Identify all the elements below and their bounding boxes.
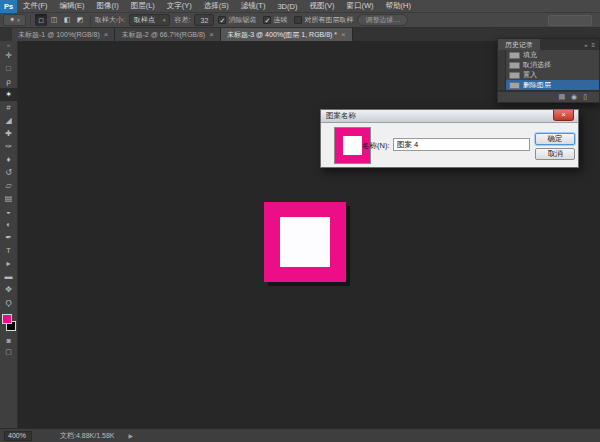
document-image-center xyxy=(280,217,330,267)
history-source-well[interactable] xyxy=(498,80,506,90)
menu-3d[interactable]: 3D(D) xyxy=(271,2,303,11)
contiguous-checkbox[interactable]: ✓ 连续 xyxy=(263,15,287,25)
screen-mode-button[interactable]: ▢ xyxy=(0,346,18,358)
close-icon[interactable]: × xyxy=(553,110,574,121)
add-to-selection-button[interactable]: ◫ xyxy=(48,14,60,26)
magic-wand-icon: ✶ xyxy=(9,16,15,24)
zoom-level-field[interactable]: 400% xyxy=(4,431,32,441)
workspace-switcher-button[interactable] xyxy=(548,15,592,26)
eraser-tool[interactable]: ▱ xyxy=(0,179,18,192)
menu-type[interactable]: 文字(Y) xyxy=(161,1,198,11)
pattern-name-input[interactable] xyxy=(393,138,530,151)
cancel-button[interactable]: 取消 xyxy=(535,148,575,160)
history-source-well[interactable] xyxy=(498,60,506,70)
tool-icon: ρ xyxy=(6,78,11,86)
eyedropper-tool[interactable]: ◢ xyxy=(0,114,18,127)
tab-untitled-2[interactable]: 未标题-2 @ 66.7%(RGB/8) × xyxy=(115,28,220,41)
menu-view[interactable]: 视图(V) xyxy=(303,1,340,11)
checkbox-label: 消除锯齿 xyxy=(228,15,256,25)
history-item-delete-layer[interactable]: 删除图层 xyxy=(498,80,599,90)
menu-edit[interactable]: 编辑(E) xyxy=(54,1,91,11)
tool-icon: ✑ xyxy=(5,143,12,151)
new-document-from-state-icon[interactable]: ▤ xyxy=(558,93,565,101)
checkbox-box[interactable]: ✓ xyxy=(218,16,226,24)
foreground-color-swatch[interactable] xyxy=(2,314,12,324)
tool-icon: ◐ xyxy=(6,221,11,229)
tab-label: 未标题-2 @ 66.7%(RGB/8) xyxy=(121,30,205,40)
horizontal-type-tool[interactable]: T xyxy=(0,244,18,257)
menu-bar: Ps 文件(F)编辑(E)图像(I)图层(L)文字(Y)选择(S)滤镜(T)3D… xyxy=(0,0,600,13)
intersect-selection-button[interactable]: ◩ xyxy=(74,14,86,26)
dodge-tool[interactable]: ◐ xyxy=(0,218,18,231)
menu-image[interactable]: 图像(I) xyxy=(91,1,125,11)
chevron-down-icon: ▾ xyxy=(17,17,20,23)
document-image[interactable] xyxy=(264,202,346,282)
toolbox: » ✛□ρ✶#◢✚✑♦↺▱▤◒◐✒T▸▬✥Ϙ ◙ ▢ xyxy=(0,41,18,428)
tool-preset-picker[interactable]: ✶ ▾ xyxy=(3,14,26,26)
crop-tool[interactable]: # xyxy=(0,101,18,114)
checkbox-box[interactable] xyxy=(294,16,302,24)
blur-tool[interactable]: ◒ xyxy=(0,205,18,218)
refine-edge-button[interactable]: 调整边缘… xyxy=(357,14,408,26)
tab-untitled-1[interactable]: 未标题-1 @ 100%(RGB/8) × xyxy=(12,28,115,41)
hand-tool[interactable]: ✥ xyxy=(0,283,18,296)
history-state-icon xyxy=(509,52,520,59)
pattern-name-label: 名称(N): xyxy=(362,141,390,151)
close-icon[interactable]: × xyxy=(341,31,346,39)
move-tool[interactable]: ✛ xyxy=(0,49,18,62)
tab-untitled-3[interactable]: 未标题-3 @ 400%(图层 1, RGB/8) * × xyxy=(221,28,353,41)
history-state-label: 置入 xyxy=(523,70,537,80)
new-selection-button[interactable]: □ xyxy=(35,14,47,26)
tab-history[interactable]: 历史记录 xyxy=(498,39,540,50)
menu-select[interactable]: 选择(S) xyxy=(198,1,235,11)
tool-icon: ▬ xyxy=(5,273,13,281)
pattern-preview-center xyxy=(343,136,362,155)
menu-filter[interactable]: 滤镜(T) xyxy=(235,1,272,11)
path-selection-tool[interactable]: ▸ xyxy=(0,257,18,270)
subtract-from-selection-button[interactable]: ◧ xyxy=(61,14,73,26)
menu-layer[interactable]: 图层(L) xyxy=(125,1,161,11)
history-source-well[interactable] xyxy=(498,50,506,60)
close-icon[interactable]: × xyxy=(209,31,214,39)
history-item-place[interactable]: 置入 xyxy=(498,70,599,80)
tolerance-input[interactable] xyxy=(194,14,214,26)
menu-help[interactable]: 帮助(H) xyxy=(380,1,417,11)
magic-wand-tool[interactable]: ✶ xyxy=(0,88,18,101)
pen-tool[interactable]: ✒ xyxy=(0,231,18,244)
gradient-tool[interactable]: ▤ xyxy=(0,192,18,205)
panel-menu-icon[interactable]: ≡ xyxy=(591,42,595,48)
brush-tool[interactable]: ✑ xyxy=(0,140,18,153)
close-icon[interactable]: × xyxy=(104,31,109,39)
tool-icon: ◢ xyxy=(5,117,11,125)
rectangular-marquee-tool[interactable]: □ xyxy=(0,62,18,75)
antialias-checkbox[interactable]: ✓ 消除锯齿 xyxy=(218,15,256,25)
pattern-name-dialog: 图案名称 × 名称(N): 确定 取消 xyxy=(320,109,579,168)
spot-healing-brush-tool[interactable]: ✚ xyxy=(0,127,18,140)
menu-file[interactable]: 文件(F) xyxy=(17,1,54,11)
quick-mask-button[interactable]: ◙ xyxy=(0,334,18,346)
rectangle-tool[interactable]: ▬ xyxy=(0,270,18,283)
menu-window[interactable]: 窗口(W) xyxy=(340,1,379,11)
photoshop-window: Ps 文件(F)编辑(E)图像(I)图层(L)文字(Y)选择(S)滤镜(T)3D… xyxy=(0,0,600,442)
delete-state-icon[interactable]: ▯ xyxy=(583,93,587,101)
ok-button[interactable]: 确定 xyxy=(535,133,575,145)
history-brush-tool[interactable]: ↺ xyxy=(0,166,18,179)
sample-all-layers-checkbox[interactable]: 对所有图层取样 xyxy=(294,15,353,25)
history-source-well[interactable] xyxy=(498,70,506,80)
collapse-panels-icon[interactable]: « xyxy=(584,42,587,48)
history-item-deselect[interactable]: 取消选择 xyxy=(498,60,599,70)
lasso-tool[interactable]: ρ xyxy=(0,75,18,88)
zoom-tool[interactable]: Ϙ xyxy=(0,296,18,309)
new-snapshot-icon[interactable]: ◉ xyxy=(571,93,577,101)
tab-label: 未标题-3 @ 400%(图层 1, RGB/8) * xyxy=(227,30,337,40)
tool-icon: ✚ xyxy=(5,130,12,138)
collapse-toolbox-icon[interactable]: » xyxy=(0,41,17,49)
status-options-arrow-icon[interactable]: ▶ xyxy=(128,432,133,439)
clone-stamp-tool[interactable]: ♦ xyxy=(0,153,18,166)
sample-size-dropdown[interactable]: 取样点 ▾ xyxy=(129,14,171,26)
checkbox-label: 连续 xyxy=(273,15,287,25)
divider xyxy=(90,15,91,26)
tool-icon: ✛ xyxy=(5,52,12,60)
history-item-fill[interactable]: 填充 xyxy=(498,50,599,60)
checkbox-box[interactable]: ✓ xyxy=(263,16,271,24)
